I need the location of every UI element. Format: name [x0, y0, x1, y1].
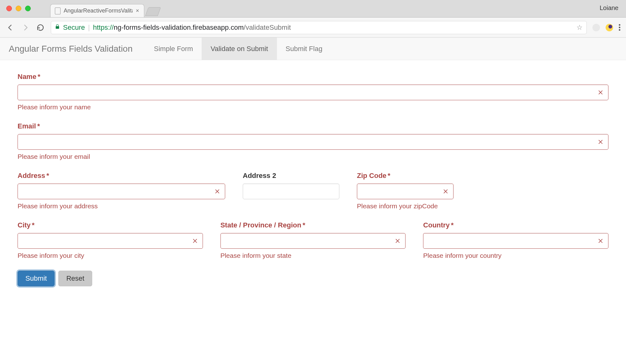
form-group-address2: Address 2 — [243, 172, 339, 210]
country-error-text: Please inform your country — [423, 252, 608, 259]
country-label: Country* — [423, 221, 608, 229]
window-maximize-icon[interactable] — [25, 6, 31, 11]
address-label: Address* — [18, 172, 225, 180]
error-icon — [598, 89, 604, 96]
window-minimize-icon[interactable] — [16, 6, 21, 11]
browser-tab-strip: AngularReactiveFormsValitate × — [50, 0, 159, 17]
new-tab-button[interactable] — [145, 7, 161, 16]
country-input[interactable] — [423, 233, 608, 249]
url-text: https://ng-forms-fields-validation.fireb… — [93, 23, 291, 32]
error-icon — [598, 139, 604, 145]
browser-titlebar: AngularReactiveFormsValitate × Loiane — [0, 0, 626, 18]
secure-label: Secure — [63, 23, 85, 32]
email-error-text: Please inform your email — [18, 153, 608, 160]
name-input[interactable] — [18, 85, 608, 100]
address2-input[interactable] — [243, 184, 339, 199]
form-group-address: Address* Please inform your address — [18, 172, 225, 210]
city-input[interactable] — [18, 233, 203, 249]
form-buttons: Submit Reset — [18, 271, 608, 286]
reload-button[interactable] — [36, 24, 45, 31]
extension-icon[interactable] — [592, 24, 600, 31]
state-error-text: Please inform your state — [220, 252, 406, 259]
error-icon — [215, 188, 221, 195]
form-container: Name* Please inform your name Email* — [0, 60, 626, 299]
form-group-country: Country* Please inform your country — [423, 221, 608, 259]
error-icon — [192, 238, 199, 244]
window-controls — [6, 6, 31, 11]
submit-button[interactable]: Submit — [18, 271, 55, 286]
reset-button[interactable]: Reset — [58, 271, 92, 286]
error-icon — [395, 238, 401, 244]
browser-tab[interactable]: AngularReactiveFormsValitate × — [50, 4, 144, 17]
city-error-text: Please inform your city — [18, 252, 203, 259]
browser-tab-title: AngularReactiveFormsValitate — [64, 8, 133, 14]
name-error-text: Please inform your name — [18, 103, 608, 111]
tab-close-icon[interactable]: × — [136, 8, 139, 14]
zip-input[interactable] — [357, 184, 454, 199]
address-input[interactable] — [18, 184, 225, 199]
window-close-icon[interactable] — [6, 6, 12, 11]
address2-label: Address 2 — [243, 172, 339, 180]
state-input[interactable] — [220, 233, 406, 249]
error-icon — [598, 238, 604, 244]
state-label: State / Province / Region* — [220, 221, 406, 229]
form-group-zip: Zip Code* Please inform your zipCode — [357, 172, 454, 210]
app-navbar: Angular Forms Fields Validation Simple F… — [0, 38, 626, 60]
nav-item-simple-form[interactable]: Simple Form — [145, 38, 202, 60]
bookmark-star-icon[interactable]: ☆ — [576, 23, 583, 32]
form-group-name: Name* Please inform your name — [18, 73, 608, 111]
email-label: Email* — [18, 122, 608, 130]
nav-item-submit-flag[interactable]: Submit Flag — [277, 38, 331, 60]
name-label: Name* — [18, 73, 608, 81]
page-icon — [55, 8, 61, 14]
navbar-brand[interactable]: Angular Forms Fields Validation — [9, 44, 133, 54]
address-bar[interactable]: Secure | https://ng-forms-fields-validat… — [51, 21, 587, 34]
extension-icon[interactable] — [606, 24, 613, 31]
city-label: City* — [18, 221, 203, 229]
browser-profile-label[interactable]: Loiane — [600, 4, 618, 12]
form-group-state: State / Province / Region* Please inform… — [220, 221, 406, 259]
back-button[interactable] — [6, 23, 15, 32]
lock-icon — [55, 24, 60, 31]
navbar-items: Simple Form Validate on Submit Submit Fl… — [145, 38, 331, 60]
nav-item-validate-on-submit[interactable]: Validate on Submit — [202, 38, 277, 60]
error-icon — [443, 188, 449, 195]
email-input[interactable] — [18, 134, 608, 150]
zip-error-text: Please inform your zipCode — [357, 202, 454, 210]
address-error-text: Please inform your address — [18, 202, 225, 210]
form-group-email: Email* Please inform your email — [18, 122, 608, 160]
extension-icons — [592, 24, 620, 31]
menu-icon[interactable] — [619, 24, 620, 31]
zip-label: Zip Code* — [357, 172, 454, 180]
form-group-city: City* Please inform your city — [18, 221, 203, 259]
browser-toolbar: Secure | https://ng-forms-fields-validat… — [0, 18, 626, 38]
forward-button[interactable] — [21, 23, 30, 32]
